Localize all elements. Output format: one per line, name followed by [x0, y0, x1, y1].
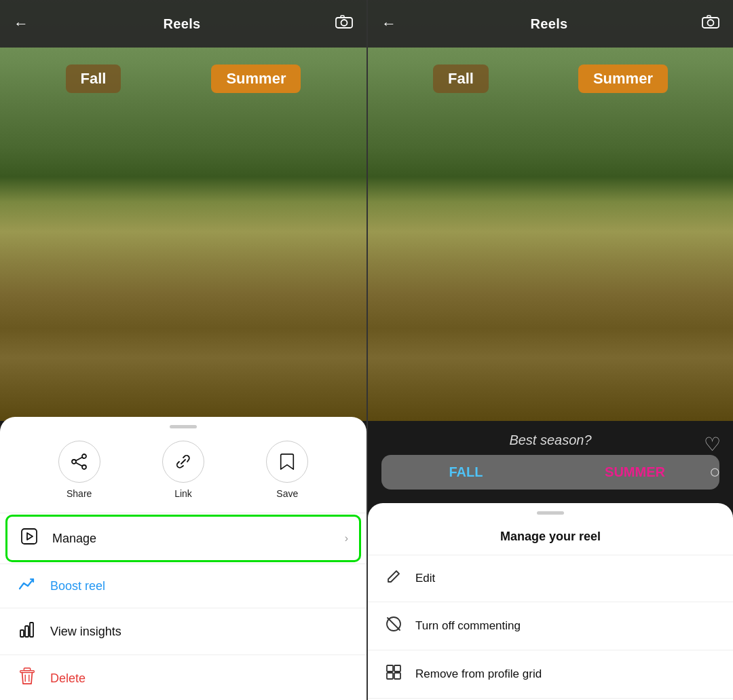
insights-icon — [16, 621, 38, 642]
svg-line-7 — [75, 463, 81, 466]
svg-point-18 — [708, 20, 714, 26]
left-back-button[interactable]: ← — [14, 15, 29, 33]
right-top-bar: ← Reels — [368, 0, 733, 48]
svg-point-1 — [341, 20, 347, 26]
heart-icon[interactable]: ♡ — [704, 433, 721, 456]
poll-overlay: Best season? FALL SUMMER — [368, 432, 733, 490]
save-icon — [266, 441, 308, 483]
poll-option-fall[interactable]: FALL — [381, 455, 550, 490]
svg-rect-14 — [24, 668, 30, 671]
manage-sheet-title: Manage your reel — [368, 527, 733, 553]
edit-menu-item[interactable]: Edit — [368, 557, 733, 600]
right-panel: ← Reels Fall Summer Best season? FALL SU… — [366, 0, 733, 700]
save-label: Save — [276, 488, 298, 499]
svg-rect-10 — [20, 630, 24, 637]
left-label-fall: Fall — [66, 65, 121, 93]
profile-grid-text: Remove from profile grid — [415, 667, 542, 681]
share-icon — [58, 441, 100, 483]
left-bottom-sheet: Share Link Save — [0, 417, 366, 700]
commenting-icon — [384, 616, 403, 636]
svg-rect-25 — [394, 673, 400, 679]
svg-rect-24 — [387, 673, 393, 679]
delete-menu-item[interactable]: Delete — [0, 657, 366, 700]
right-bottom-sheet: Manage your reel Edit Turn off commentin… — [368, 503, 733, 700]
left-icon-buttons-row: Share Link Save — [0, 441, 366, 511]
boost-text: Boost reel — [50, 579, 350, 593]
left-top-bar: ← Reels — [0, 0, 366, 48]
link-icon — [162, 441, 204, 483]
svg-rect-23 — [394, 665, 400, 671]
edit-icon — [384, 569, 403, 588]
right-sheet-handle — [537, 511, 564, 515]
commenting-menu-item[interactable]: Turn off commenting — [368, 604, 733, 648]
left-divider-3 — [0, 608, 366, 608]
right-bg-image — [368, 0, 733, 421]
boost-icon — [16, 576, 38, 595]
boost-menu-item[interactable]: Boost reel — [0, 566, 366, 606]
link-button[interactable]: Link — [162, 441, 204, 499]
svg-rect-2 — [341, 16, 344, 18]
profile-grid-menu-item[interactable]: Remove from profile grid — [368, 652, 733, 697]
left-divider-4 — [0, 655, 366, 655]
manage-chevron: › — [345, 532, 348, 545]
left-label-summer: Summer — [211, 65, 301, 93]
right-back-button[interactable]: ← — [381, 15, 396, 33]
insights-text: View insights — [50, 625, 350, 639]
delete-text: Delete — [50, 671, 350, 686]
poll-options: FALL SUMMER — [381, 455, 719, 490]
right-label-fall: Fall — [433, 65, 489, 93]
share-button[interactable]: Share — [58, 441, 100, 499]
save-button[interactable]: Save — [266, 441, 308, 499]
right-label-summer: Summer — [578, 65, 668, 93]
left-title: Reels — [164, 16, 201, 32]
right-divider-4 — [368, 698, 733, 699]
poll-option-summer[interactable]: SUMMER — [550, 455, 719, 490]
right-title: Reels — [531, 16, 568, 32]
left-image-labels: Fall Summer — [0, 65, 366, 93]
delete-icon — [16, 667, 38, 689]
link-label: Link — [174, 488, 192, 499]
left-camera-icon[interactable] — [335, 14, 353, 33]
comment-icon[interactable]: ○ — [709, 461, 721, 483]
left-panel: ← Reels Fall Summer — [0, 0, 366, 700]
right-divider-1 — [368, 555, 733, 555]
left-bg-image — [0, 0, 366, 421]
insights-menu-item[interactable]: View insights — [0, 610, 366, 653]
svg-rect-19 — [707, 16, 711, 18]
svg-point-5 — [82, 465, 86, 469]
poll-question: Best season? — [381, 432, 719, 448]
right-image-labels: Fall Summer — [368, 65, 733, 93]
svg-rect-22 — [387, 665, 393, 671]
right-divider-2 — [368, 602, 733, 602]
manage-menu-item[interactable]: Manage › — [5, 515, 361, 562]
svg-rect-12 — [30, 623, 33, 637]
grid-icon — [384, 664, 403, 684]
share-label: Share — [67, 488, 92, 499]
right-camera-icon[interactable] — [702, 14, 719, 33]
left-sheet-handle — [170, 425, 197, 428]
svg-point-3 — [82, 454, 86, 458]
svg-marker-9 — [27, 533, 33, 540]
manage-text: Manage — [52, 532, 333, 546]
svg-point-4 — [72, 460, 76, 464]
svg-rect-11 — [25, 626, 29, 637]
svg-line-6 — [75, 458, 81, 461]
left-divider-1 — [0, 513, 366, 513]
manage-icon — [18, 528, 40, 549]
right-divider-3 — [368, 650, 733, 650]
svg-line-21 — [388, 618, 400, 630]
left-divider-2 — [0, 564, 366, 564]
svg-rect-8 — [22, 529, 37, 544]
edit-text: Edit — [415, 572, 435, 585]
commenting-text: Turn off commenting — [415, 619, 521, 633]
